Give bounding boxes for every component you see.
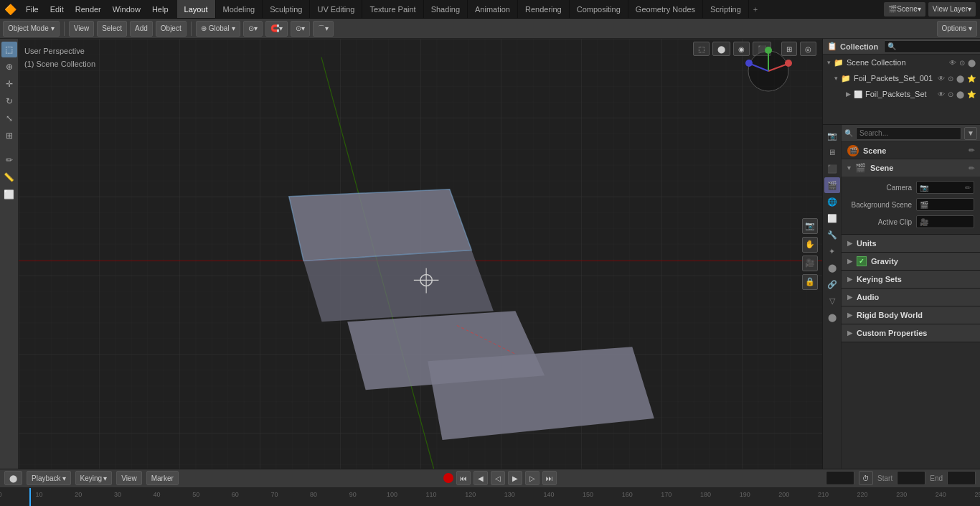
view-btn-timeline[interactable]: View [116,471,142,485]
gizmo-widget[interactable]: X Y Z [743,46,793,96]
tab-uv-editing[interactable]: UV Editing [310,0,362,18]
keying-btn[interactable]: Keying ▾ [75,471,113,485]
tab-modeling[interactable]: Modeling [216,0,263,18]
gravity-section-header[interactable]: ▶ ✓ Gravity [842,253,980,270]
camera-field[interactable]: 📷 ✏ [916,181,974,194]
timeline-ruler[interactable]: 0102030405060708090100110120130140150160… [0,488,980,506]
foil-set-select-icon[interactable]: ⊙ [948,90,953,98]
menu-render[interactable]: Render [70,0,107,18]
audio-section-header[interactable]: ▶ Audio [842,289,980,306]
scene-property-header[interactable]: 🎬 Scene ✏ [842,142,980,159]
scene-section-header[interactable]: ▾ 🎬 Scene ✏ [842,159,980,177]
end-frame-input[interactable]: 250 [947,471,976,485]
foil-set-001-eye-icon[interactable]: 👁 [938,75,945,83]
prop-icon-data[interactable]: ▽ [824,293,840,309]
jump-start-btn[interactable]: ⏮ [456,471,471,485]
tab-shading[interactable]: Shading [424,0,468,18]
tool-move[interactable]: ✛ [1,76,17,92]
scene-collection-eye-icon[interactable]: 👁 [949,59,956,67]
prop-icon-output[interactable]: 🖥 [824,144,840,160]
orbit-view-btn[interactable]: 🎥 [802,256,818,271]
tool-select[interactable]: ⬚ [1,42,17,57]
prop-icon-modifier[interactable]: 🔧 [824,227,840,243]
units-section-header[interactable]: ▶ Units [842,235,980,252]
transform-orientation[interactable]: ⊕ Global ▾ [196,21,240,37]
prop-icon-scene[interactable]: 🎬 [824,177,840,193]
active-clip-field[interactable]: 🎥 [916,215,974,228]
menu-window[interactable]: Window [107,0,146,18]
blender-logo[interactable]: 🔶 [0,0,20,19]
tool-measure[interactable]: 📏 [1,169,17,185]
tab-scripting[interactable]: Scripting [703,0,749,18]
xray-toggle[interactable]: ◎ [800,42,816,56]
outliner-item-foil-set-001[interactable]: ▾ 📁 Foil_Packets_Set_001 👁 ⊙ ⬤ ⭐ [823,70,980,86]
next-frame-btn[interactable]: ▷ [525,471,540,485]
falloff-type[interactable]: ⌒▾ [313,21,334,37]
frame-range-btn[interactable]: ⬤ [4,471,22,485]
add-workspace-tab[interactable]: + [749,0,762,18]
viewport-shading-solid[interactable]: ⬤ [712,42,730,56]
prop-icon-object[interactable]: ⬜ [824,210,840,226]
scene-collection-select-icon[interactable]: ⊙ [959,59,965,67]
props-search-input[interactable] [856,127,961,140]
prop-icon-render[interactable]: 📷 [824,128,840,144]
tab-texture-paint[interactable]: Texture Paint [362,0,423,18]
prop-icon-constraints[interactable]: 🔗 [824,276,840,292]
viewport[interactable]: User Perspective (1) Scene Collection ⬚ … [19,39,822,469]
view-layer-selector[interactable]: View Layer ▾ [928,2,976,17]
scene-collection-render-icon[interactable]: ⬤ [968,59,976,67]
fps-toggle[interactable]: ⏱ [859,471,873,485]
prop-icon-particles[interactable]: ✦ [824,243,840,259]
tool-annotate[interactable]: ✏ [1,152,17,168]
outliner-search[interactable] [884,40,980,53]
viewport-shading-wireframe[interactable]: ⬚ [693,42,710,56]
add-menu[interactable]: Add [130,21,153,37]
foil-set-001-select-icon[interactable]: ⊙ [948,75,953,83]
play-btn[interactable]: ▶ [508,471,522,485]
grab-view-btn[interactable]: ✋ [802,237,818,253]
tab-animation[interactable]: Animation [468,0,518,18]
marker-btn[interactable]: Marker [146,471,179,485]
prop-icon-view-layer[interactable]: ⬛ [824,161,840,177]
tool-cursor[interactable]: ⊕ [1,59,17,75]
select-menu[interactable]: Select [97,21,127,37]
tab-geometry-nodes[interactable]: Geometry Nodes [628,0,703,18]
reverse-play-btn[interactable]: ◁ [491,471,505,485]
prop-icon-world[interactable]: 🌐 [824,194,840,210]
gravity-checkbox[interactable]: ✓ [857,256,867,266]
tool-add-cube[interactable]: ⬜ [1,187,17,202]
rigid-body-world-header[interactable]: ▶ Rigid Body World [842,306,980,324]
background-scene-field[interactable]: 🎬 [916,198,974,211]
tool-rotate[interactable]: ↻ [1,93,17,109]
start-frame-input[interactable]: 1 [897,471,925,485]
outliner-item-scene-collection[interactable]: ▾ 📁 Scene Collection 👁 ⊙ ⬤ [823,55,980,70]
jump-end-btn[interactable]: ⏭ [542,471,557,485]
keying-sets-header[interactable]: ▶ Keying Sets [842,271,980,288]
tab-compositing[interactable]: Compositing [570,0,628,18]
props-filter-btn[interactable]: ▼ [964,127,977,140]
lock-view-btn[interactable]: 🔒 [802,274,818,290]
foil-set-render-icon[interactable]: ⬤ [956,90,964,98]
menu-file[interactable]: File [20,0,44,18]
custom-properties-header[interactable]: ▶ Custom Properties [842,324,980,342]
tool-transform[interactable]: ⊞ [1,128,17,144]
pivot-point[interactable]: ⊙▾ [243,21,263,37]
snap-toggle[interactable]: 🧲▾ [265,21,288,37]
menu-help[interactable]: Help [146,0,174,18]
options-btn[interactable]: Options ▾ [937,21,977,37]
tab-layout[interactable]: Layout [177,0,216,18]
prop-icon-material[interactable]: ⬤ [824,309,840,325]
current-frame-input[interactable]: 1 [826,471,854,485]
playback-btn[interactable]: Playback ▾ [27,471,71,485]
camera-view-btn[interactable]: 📷 [802,218,818,234]
mode-selector[interactable]: Object Mode ▾ [3,21,60,37]
tool-scale[interactable]: ⤡ [1,111,17,126]
tab-sculpting[interactable]: Sculpting [263,0,310,18]
outliner-item-foil-set[interactable]: ▶ ⬜ Foil_Packets_Set 👁 ⊙ ⬤ ⭐ [823,86,980,102]
record-button[interactable] [443,473,453,483]
tab-rendering[interactable]: Rendering [518,0,570,18]
scene-selector[interactable]: 🎬 Scene ▾ [884,2,925,17]
menu-edit[interactable]: Edit [44,0,70,18]
prop-icon-physics[interactable]: ⬤ [824,260,840,276]
foil-set-eye-icon[interactable]: 👁 [938,90,945,98]
